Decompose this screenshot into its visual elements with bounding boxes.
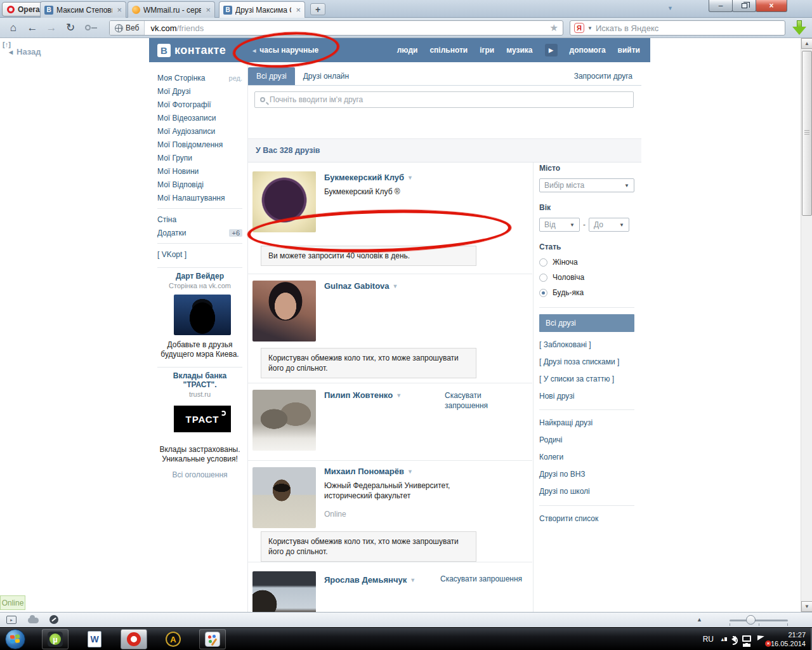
filter-best-friends[interactable]: Найкращі друзі [539, 418, 634, 427]
tab-close-icon[interactable]: × [296, 6, 301, 14]
search-engine-dropdown-icon[interactable]: ▼ [587, 25, 593, 31]
nav-communities[interactable]: спільноти [429, 46, 468, 55]
vk-logo[interactable]: В контакте [157, 44, 226, 57]
web-badge[interactable]: Веб [110, 21, 145, 35]
radio-icon[interactable] [539, 289, 547, 297]
cancel-request-link[interactable]: Скасувати запрошення [440, 574, 522, 584]
zoom-menu-icon[interactable]: ▲ [697, 616, 702, 623]
invite-friend-link[interactable]: Запросити друга [574, 72, 632, 85]
tab-all-friends[interactable]: Всі друзі [248, 67, 295, 85]
forward-icon[interactable]: → [42, 22, 61, 34]
filter-relatives[interactable]: Родичі [539, 435, 634, 444]
zoom-slider-track[interactable] [730, 620, 788, 621]
tab-close-icon[interactable]: × [206, 6, 211, 14]
sidebar-item-mypage[interactable]: Моя Сторінка ред. [157, 71, 242, 84]
filter-blocked[interactable]: [ Заблоковані ] [539, 340, 634, 349]
browser-tab-3[interactable]: В Друзі Максима Степо... × [219, 1, 305, 18]
filter-by-gender[interactable]: [ У списки за статтю ] [539, 375, 634, 383]
opera-menu-button[interactable]: Opera [2, 2, 45, 17]
scroll-down-button[interactable]: ▼ [801, 601, 812, 612]
action-center-flag-icon[interactable] [757, 635, 764, 640]
radio-icon[interactable] [539, 274, 547, 282]
name-dropdown-icon[interactable]: ▼ [396, 392, 402, 399]
tab-friends-online[interactable]: Друзі онлайн [295, 67, 357, 85]
browser-scrollbar[interactable]: ▲ ▼ [801, 38, 812, 612]
yandex-search-box[interactable]: Я ▼ Искать в Яндекс [570, 20, 785, 36]
clock[interactable]: 21:27 16.05.2014 [771, 630, 806, 648]
name-dropdown-icon[interactable]: ▼ [393, 283, 398, 289]
nav-logout[interactable]: вийти [618, 46, 640, 55]
friend-name[interactable]: Михаил Пономарёв ▼ [324, 467, 413, 476]
name-dropdown-icon[interactable]: ▼ [410, 577, 416, 583]
sidebar-item-audios[interactable]: Мої Аудіозаписи [157, 124, 242, 138]
minimize-button[interactable]: – [709, 0, 733, 12]
age-to-select[interactable]: До ▼ [589, 218, 629, 232]
sidebar-item-friends[interactable]: Мої Друзі [157, 84, 242, 98]
start-button[interactable] [5, 629, 25, 649]
edit-link[interactable]: ред. [229, 74, 242, 82]
filter-out-of-lists[interactable]: [ Друзі поза списками ] [539, 357, 634, 366]
name-dropdown-icon[interactable]: ▼ [407, 175, 413, 181]
filter-school[interactable]: Друзі по школі [539, 487, 634, 496]
friend-avatar-mikhail[interactable] [252, 467, 316, 528]
volume-icon[interactable] [731, 636, 736, 642]
browser-tab-1[interactable]: В Максим Степовий × [40, 1, 126, 18]
browser-tab-2[interactable]: WMmail.ru - сервис п... × [128, 1, 215, 18]
opera-link-cloud-icon[interactable] [28, 618, 39, 623]
gender-option-female[interactable]: Жіноча [539, 258, 634, 267]
filter-new-friends[interactable]: Нові друзі [539, 392, 634, 401]
nav-people[interactable]: люди [397, 46, 418, 55]
close-button[interactable]: × [756, 0, 787, 12]
age-from-select[interactable]: Від ▼ [539, 218, 580, 232]
filter-university[interactable]: Друзі по ВНЗ [539, 470, 634, 479]
sidebar-item-news[interactable]: Мої Новини [157, 164, 242, 178]
nav-more-button[interactable]: ▶ [545, 44, 558, 56]
download-arrow-icon[interactable] [792, 20, 807, 36]
sidebar-item-photos[interactable]: Мої Фотографії [157, 98, 242, 111]
filter-colleagues[interactable]: Колеги [539, 453, 634, 461]
window-dropdown-icon[interactable]: ▼ [667, 5, 673, 11]
nav-help[interactable]: допомога [570, 46, 606, 55]
panels-toggle-icon[interactable]: ▸ [6, 616, 16, 624]
sidebar-item-replies[interactable]: Мої Відповіді [157, 178, 242, 191]
back-icon[interactable]: ← [23, 22, 42, 34]
restore-button[interactable] [732, 0, 756, 12]
home-icon[interactable]: ⌂ [4, 22, 23, 34]
scrollbar-thumb[interactable] [802, 51, 812, 216]
opera-turbo-icon[interactable] [49, 615, 58, 624]
create-list-link[interactable]: Створити список [539, 514, 634, 523]
cancel-request-link[interactable]: Скасувати запрошення [445, 390, 498, 411]
taskbar-aimp-button[interactable]: A [160, 629, 187, 649]
bookmark-star-icon[interactable]: ★ [550, 22, 558, 34]
sidebar-item-messages[interactable]: Мої Повідомлення [157, 138, 242, 151]
friend-name[interactable]: Букмекерский Клуб ▼ [324, 173, 413, 182]
ad2-image-trust-logo[interactable]: ТРАСТ [174, 406, 231, 432]
taskbar-opera-button-active[interactable] [121, 629, 147, 649]
friend-name[interactable]: Пилип Жовтенко ▼ [324, 390, 402, 400]
network-icon[interactable] [742, 635, 751, 642]
reload-icon[interactable]: ↻ [61, 21, 80, 34]
address-bar[interactable]: Веб vk.com /friends ★ [109, 20, 563, 36]
scroll-up-button[interactable]: ▲ [801, 38, 812, 49]
gender-option-any[interactable]: Будь-яка [539, 288, 634, 297]
friend-search-input[interactable]: Почніть вводити ім'я друга [254, 91, 634, 108]
all-ads-link[interactable]: Всі оголошення [157, 470, 242, 479]
friend-avatar-car[interactable] [252, 571, 316, 612]
zoom-slider-thumb[interactable] [746, 615, 756, 625]
password-key-icon[interactable] [85, 25, 91, 30]
ad1-title[interactable]: Дарт Вейдер [157, 272, 242, 281]
name-dropdown-icon[interactable]: ▼ [407, 468, 413, 475]
new-tab-button[interactable]: + [310, 3, 325, 15]
tab-close-icon[interactable]: × [117, 6, 122, 14]
taskbar-paint-button[interactable] [199, 629, 226, 649]
ad2-title[interactable]: Вклады банка "ТРАСТ". [157, 371, 242, 389]
filter-all-friends[interactable]: Всі друзі [539, 314, 634, 332]
nav-music[interactable]: музика [506, 46, 532, 55]
friend-avatar-wolves[interactable] [252, 390, 316, 451]
taskbar-utorrent-button[interactable]: µ [42, 629, 69, 649]
friend-name[interactable]: Gulnaz Gabitova ▼ [324, 281, 398, 291]
sidebar-item-vkopt[interactable]: [ VKopt ] [157, 248, 242, 261]
radio-icon[interactable] [539, 258, 547, 267]
language-indicator[interactable]: RU [703, 635, 714, 644]
friend-avatar-gulnaz[interactable] [252, 281, 316, 342]
